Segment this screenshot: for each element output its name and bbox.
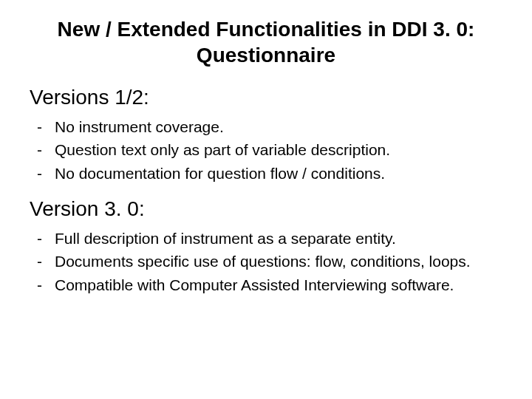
list-item: No instrument coverage. <box>30 117 502 137</box>
section-heading: Versions 1/2: <box>30 86 502 109</box>
list-item: Question text only as part of variable d… <box>30 140 502 160</box>
slide-title: New / Extended Functionalities in DDI 3.… <box>30 16 502 68</box>
list-item: Compatible with Computer Assisted Interv… <box>30 275 502 296</box>
bullet-list: Full description of instrument as a sepa… <box>30 228 502 296</box>
bullet-list: No instrument coverage. Question text on… <box>30 117 502 184</box>
list-item: Documents specific use of questions: flo… <box>30 251 502 272</box>
list-item: No documentation for question flow / con… <box>30 163 502 184</box>
slide: New / Extended Functionalities in DDI 3.… <box>0 0 532 399</box>
section-heading: Version 3. 0: <box>30 197 502 221</box>
list-item: Full description of instrument as a sepa… <box>30 228 502 249</box>
